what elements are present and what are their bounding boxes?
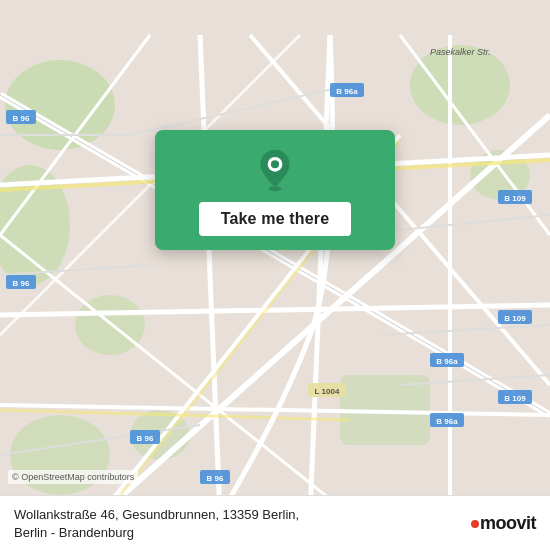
moovit-logo-text: moovit	[471, 513, 536, 534]
action-card: Take me there	[155, 130, 395, 250]
svg-text:L 1004: L 1004	[315, 387, 340, 396]
info-bar: Wollankstraße 46, Gesundbrunnen, 13359 B…	[0, 495, 550, 550]
svg-text:B 109: B 109	[504, 314, 526, 323]
svg-text:B 96a: B 96a	[436, 417, 458, 426]
svg-text:B 96: B 96	[13, 114, 30, 123]
svg-text:B 96a: B 96a	[436, 357, 458, 366]
svg-text:Pasekalker Str.: Pasekalker Str.	[430, 47, 491, 57]
map-container: B 96 B 96 B 96 B 96 B 96a B 96a B 96a B …	[0, 0, 550, 550]
svg-text:B 109: B 109	[504, 394, 526, 403]
address-line1: Wollankstraße 46, Gesundbrunnen, 13359 B…	[14, 507, 299, 522]
svg-text:B 96: B 96	[207, 474, 224, 483]
svg-text:B 96a: B 96a	[336, 87, 358, 96]
take-me-there-button[interactable]: Take me there	[199, 202, 352, 236]
svg-point-59	[271, 160, 279, 168]
svg-text:B 96: B 96	[13, 279, 30, 288]
moovit-logo-dot	[471, 520, 479, 528]
svg-text:B 96: B 96	[137, 434, 154, 443]
location-pin-icon	[253, 148, 297, 192]
address-text: Wollankstraße 46, Gesundbrunnen, 13359 B…	[14, 506, 461, 542]
map-svg: B 96 B 96 B 96 B 96 B 96a B 96a B 96a B …	[0, 0, 550, 550]
moovit-logo: moovit	[471, 513, 536, 534]
address-line2: Berlin - Brandenburg	[14, 525, 134, 540]
copyright-text: © OpenStreetMap contributors	[8, 470, 138, 484]
svg-text:B 109: B 109	[504, 194, 526, 203]
